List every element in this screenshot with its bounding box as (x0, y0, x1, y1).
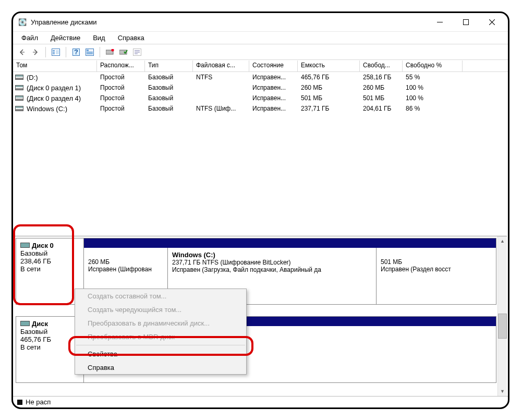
toolbar-button[interactable] (131, 46, 143, 58)
context-menu-item: Преобразовать в динамический диск... (75, 316, 246, 330)
partition-band (84, 238, 496, 248)
toolbar-button[interactable] (84, 46, 95, 58)
close-button[interactable] (481, 15, 503, 30)
toolbar-sep (66, 47, 66, 57)
cell-capacity: 237,71 ГБ (298, 104, 360, 113)
context-menu-item[interactable]: Справка (75, 361, 246, 374)
cell-pct: 55 % (403, 73, 463, 81)
col-type[interactable]: Тип (145, 61, 193, 71)
col-status[interactable]: Состояние (249, 61, 298, 71)
disk-size: 238,46 ГБ (20, 257, 79, 265)
col-volume[interactable]: Том (13, 61, 97, 71)
cell-fs: NTFS (193, 73, 249, 81)
nav-back-button[interactable] (16, 46, 28, 58)
table-row[interactable]: Windows (C:)ПростойБазовыйNTFS (Шиф...Ис… (13, 103, 508, 114)
cell-status: Исправен... (249, 104, 298, 113)
cell-fs: NTFS (Шиф... (193, 104, 249, 113)
disk-icon (20, 243, 30, 248)
disk-status: В сети (20, 343, 79, 351)
menu-help[interactable]: Справка (113, 33, 150, 43)
col-capacity[interactable]: Емкость (298, 61, 360, 71)
svg-rect-5 (56, 50, 59, 54)
cell-fs (193, 98, 249, 99)
cell-pct: 100 % (403, 94, 463, 102)
toolbar-sep (100, 47, 100, 57)
toolbar-button[interactable] (104, 46, 116, 58)
nav-forward-button[interactable] (30, 46, 41, 58)
table-row[interactable]: (Диск 0 раздел 4)ПростойБазовыйИсправен.… (13, 93, 508, 103)
cell-free: 258,16 ГБ (360, 73, 403, 81)
cell-volume: Windows (C:) (13, 104, 97, 113)
disk-header[interactable]: Диск Базовый 465,76 ГБ В сети (16, 317, 84, 382)
col-fs[interactable]: Файловая с... (193, 61, 249, 71)
svg-rect-9 (87, 50, 89, 51)
partition[interactable]: 501 МБИсправен (Раздел восст (376, 248, 496, 304)
menubar: Файл Действие Вид Справка (13, 32, 508, 44)
toolbar-button[interactable] (118, 46, 129, 58)
col-free[interactable]: Свобод... (360, 61, 403, 71)
context-menu-item[interactable]: Свойства (75, 347, 246, 361)
context-menu-item: Создать составной том... (75, 289, 246, 303)
cell-layout: Простой (97, 94, 145, 102)
toolbar-sep (45, 47, 46, 57)
col-filler (463, 61, 508, 71)
cell-pct: 86 % (403, 104, 463, 113)
grid-header: Том Располож... Тип Файловая с... Состоя… (13, 61, 508, 72)
disk-type: Базовый (20, 249, 79, 257)
menu-view[interactable]: Вид (88, 33, 111, 43)
cell-layout: Простой (97, 83, 145, 92)
volume-icon (15, 75, 23, 80)
window-title: Управление дисками (31, 18, 97, 26)
menu-action[interactable]: Действие (45, 33, 86, 43)
scroll-down-icon[interactable]: ▼ (498, 387, 507, 396)
menu-file[interactable]: Файл (16, 33, 43, 43)
context-menu: Создать составной том...Создать чередующ… (75, 289, 247, 375)
col-layout[interactable]: Располож... (97, 61, 145, 71)
volume-icon (15, 106, 23, 111)
maximize-button[interactable] (455, 15, 477, 30)
status-bar: Не расп (13, 396, 508, 407)
cell-status: Исправен... (249, 83, 298, 92)
svg-rect-4 (53, 53, 55, 54)
cell-type: Базовый (145, 73, 193, 81)
cell-capacity: 260 МБ (298, 83, 360, 92)
cell-free: 260 МБ (360, 83, 403, 92)
disk-icon (20, 321, 30, 326)
context-menu-item: Преобразовать в MBR-диск (75, 330, 246, 343)
help-button[interactable]: ? (70, 46, 82, 58)
context-menu-item: Создать чередующийся том... (75, 303, 246, 316)
cell-status: Исправен... (249, 94, 298, 102)
minimize-button[interactable] (429, 15, 451, 30)
cell-fs (193, 87, 249, 88)
vertical-scrollbar[interactable]: ▲ ▼ (497, 236, 507, 396)
toolbar-view-button[interactable] (50, 46, 62, 58)
scroll-thumb[interactable] (498, 314, 507, 339)
table-row[interactable]: (D:)ПростойБазовыйNTFSИсправен...465,76 … (13, 72, 508, 82)
cell-layout: Простой (97, 73, 145, 81)
disk-header[interactable]: Диск 0 Базовый 238,46 ГБ В сети (16, 238, 84, 304)
disk-size: 465,76 ГБ (20, 335, 79, 343)
cell-type: Базовый (145, 104, 193, 113)
svg-rect-11 (87, 53, 93, 54)
svg-rect-0 (463, 20, 468, 25)
disk-status: В сети (20, 265, 79, 273)
toolbar: ? (13, 44, 508, 60)
cell-status: Исправен... (249, 73, 298, 81)
cell-layout: Простой (97, 104, 145, 113)
volume-icon (15, 85, 23, 90)
legend-swatch (17, 400, 22, 405)
disk-type: Базовый (20, 328, 79, 335)
cell-volume: (Диск 0 раздел 4) (13, 94, 97, 103)
scroll-up-icon[interactable]: ▲ (498, 236, 507, 246)
table-row[interactable]: (Диск 0 раздел 1)ПростойБазовыйИсправен.… (13, 82, 508, 93)
cell-volume: (D:) (13, 73, 97, 82)
svg-rect-2 (53, 50, 55, 51)
volume-list: Том Располож... Тип Файловая с... Состоя… (13, 60, 508, 114)
status-text: Не расп (26, 398, 51, 406)
disk-label: Диск 0 (32, 242, 54, 249)
svg-rect-3 (53, 52, 55, 53)
col-pct[interactable]: Свободно % (403, 61, 463, 71)
cell-capacity: 465,76 ГБ (298, 73, 360, 81)
cell-pct: 100 % (403, 83, 463, 92)
app-icon: 💽 (18, 18, 27, 27)
